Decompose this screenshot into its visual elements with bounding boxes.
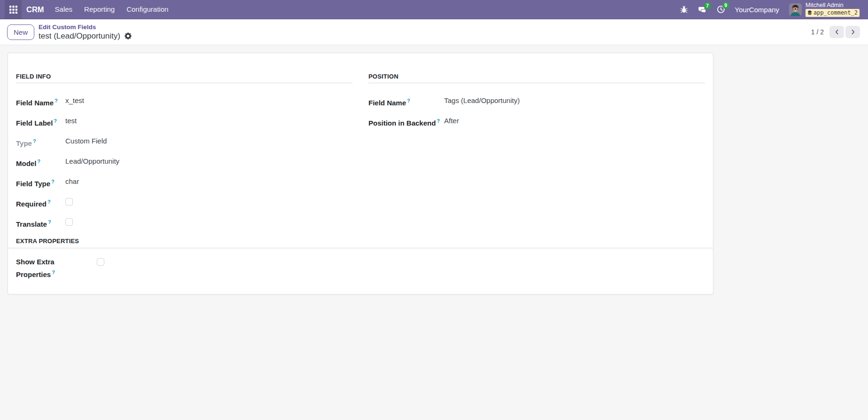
help-mark: ? — [52, 269, 55, 275]
field-label-input[interactable]: test — [65, 116, 77, 126]
bug-icon — [680, 6, 688, 14]
systray: 7 9 YourCompany — [680, 2, 860, 17]
help-mark: ? — [37, 158, 40, 164]
field-label: Show Extra Properties? — [16, 257, 97, 280]
section-title: POSITION — [368, 73, 705, 83]
field-row-show-extra-properties: Show Extra Properties? — [8, 248, 713, 280]
grid-icon — [9, 6, 17, 14]
form-sheet: FIELD INFO Field Name? x_test Field Labe… — [8, 53, 713, 294]
gear-icon — [125, 32, 132, 40]
field-name-input[interactable]: x_test — [65, 95, 84, 106]
help-mark: ? — [48, 219, 51, 225]
pager-buttons — [829, 26, 860, 38]
help-mark: ? — [55, 98, 58, 103]
company-name: YourCompany — [735, 6, 780, 14]
position-in-backend-value[interactable]: After — [444, 116, 459, 126]
messages-count-badge: 7 — [704, 2, 711, 9]
field-label: Translate? — [16, 217, 65, 230]
help-mark: ? — [33, 138, 36, 144]
main-content: FIELD INFO Field Name? x_test Field Labe… — [0, 45, 868, 420]
debug-mode-button[interactable] — [680, 6, 688, 14]
field-row-type: Type? Custom Field — [16, 136, 352, 149]
show-extra-properties-checkbox[interactable] — [97, 258, 104, 266]
menu-sales[interactable]: Sales — [55, 0, 73, 19]
field-label: Field Label? — [16, 116, 65, 128]
apps-menu-button[interactable] — [5, 0, 22, 19]
user-name: Mitchell Admin — [805, 2, 844, 8]
type-value: Custom Field — [65, 136, 107, 146]
section-title: EXTRA PROPERTIES — [16, 238, 79, 245]
field-label: Field Name? — [16, 95, 65, 108]
odoo-app: CRM Sales Reporting Configuration — [0, 0, 868, 420]
page-title: test (Lead/Opportunity) — [39, 31, 120, 41]
breadcrumb: Edit Custom Fields test (Lead/Opportunit… — [39, 24, 132, 41]
section-title: FIELD INFO — [16, 73, 352, 83]
field-label: Position in Backend? — [368, 116, 444, 128]
help-mark: ? — [437, 118, 440, 124]
breadcrumb-parent-link[interactable]: Edit Custom Fields — [39, 24, 132, 31]
menu-reporting[interactable]: Reporting — [84, 0, 115, 19]
model-value[interactable]: Lead/Opportunity — [65, 156, 119, 166]
database-name: app_comment_2 — [813, 9, 858, 16]
form-columns: FIELD INFO Field Name? x_test Field Labe… — [16, 73, 705, 230]
field-row-position-in-backend: Position in Backend? After — [368, 116, 705, 128]
activities-button[interactable]: 9 — [717, 5, 725, 14]
field-label: Required? — [16, 197, 65, 209]
database-icon — [807, 10, 812, 16]
field-label: Model? — [16, 156, 65, 169]
field-label: Field Name? — [368, 95, 444, 108]
app-menus: Sales Reporting Configuration — [55, 0, 169, 19]
record-pager: 1 / 2 — [811, 26, 860, 38]
database-badge: app_comment_2 — [805, 9, 860, 17]
field-row-field-label: Field Label? test — [16, 116, 352, 128]
help-mark: ? — [47, 199, 51, 205]
required-checkbox[interactable] — [65, 198, 73, 206]
user-avatar — [789, 3, 802, 16]
help-mark: ? — [54, 118, 57, 124]
user-info: Mitchell Admin app_comment_2 — [805, 2, 860, 17]
company-switcher[interactable]: YourCompany — [735, 6, 780, 14]
section-extra-properties: EXTRA PROPERTIES Show Extra Properties? — [8, 237, 713, 280]
breadcrumb-current-row: test (Lead/Opportunity) — [39, 31, 132, 41]
help-mark: ? — [407, 98, 410, 103]
activities-count-badge: 9 — [722, 2, 729, 9]
user-menu[interactable]: Mitchell Admin app_comment_2 — [789, 2, 860, 17]
field-label: Field Type? — [16, 176, 65, 189]
current-app-menu[interactable]: CRM — [26, 5, 44, 14]
field-row-required: Required? — [16, 197, 352, 209]
pager-next-button[interactable] — [845, 26, 860, 38]
pager-value[interactable]: 1 / 2 — [811, 28, 824, 36]
pager-previous-button[interactable] — [829, 26, 844, 38]
section-header: EXTRA PROPERTIES — [8, 237, 713, 248]
control-panel: New Edit Custom Fields test (Lead/Opport… — [0, 19, 868, 45]
field-row-model: Model? Lead/Opportunity — [16, 156, 352, 169]
new-button[interactable]: New — [7, 24, 34, 40]
chevron-left-icon — [834, 29, 840, 35]
section-field-info: FIELD INFO Field Name? x_test Field Labe… — [16, 73, 352, 230]
messages-button[interactable]: 7 — [698, 6, 707, 14]
section-position: POSITION Field Name? Tags (Lead/Opportun… — [368, 73, 705, 230]
field-row-translate: Translate? — [16, 217, 352, 230]
chevron-right-icon — [850, 29, 856, 35]
position-field-name-value[interactable]: Tags (Lead/Opportunity) — [444, 95, 520, 106]
field-row-position-field-name: Field Name? Tags (Lead/Opportunity) — [368, 95, 705, 108]
field-row-field-type: Field Type? char — [16, 176, 352, 189]
translate-checkbox[interactable] — [65, 218, 73, 226]
actions-menu-button[interactable] — [125, 32, 132, 40]
help-mark: ? — [51, 179, 55, 184]
menu-configuration[interactable]: Configuration — [126, 0, 168, 19]
field-type-input[interactable]: char — [65, 176, 79, 187]
field-label: Type? — [16, 136, 65, 149]
top-navbar: CRM Sales Reporting Configuration — [0, 0, 868, 19]
field-row-field-name: Field Name? x_test — [16, 95, 352, 108]
